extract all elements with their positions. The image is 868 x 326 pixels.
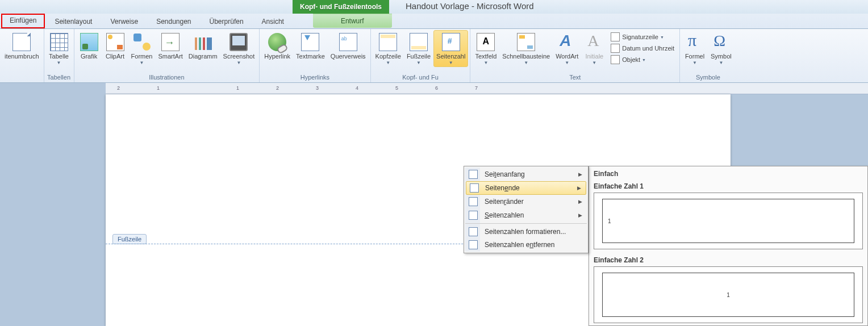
seitenumbruch-label: itenumbruch [5,53,39,60]
menu-label: Seitenende [485,184,520,192]
ruler-mark: 4 [356,85,358,91]
ruler-mark: 1 [157,85,160,91]
group-kopffuss: Kopfzeile▼ Fußzeile▼ Seitenzahl▼ Kopf- u… [371,29,471,82]
gallery-item-1[interactable]: 1 [594,193,863,249]
remove-numbers-icon [469,240,478,249]
group-label-kopffuss: Kopf- und Fu [371,73,470,82]
initiale-label: Initiale [585,53,603,60]
group-tabellen: Tabelle ▼ Tabellen [44,29,74,82]
caret-icon: ▼ [592,60,596,65]
text-small-buttons: Signaturzeile▼ Datum und Uhrzeit Objekt▼ [607,30,678,66]
textbox-icon [477,33,495,51]
caret-icon: ▼ [524,60,528,65]
smartart-icon [161,33,180,51]
group-text: Textfeld▼ Schnellbausteine▼ WordArt▼ Ini… [470,29,680,82]
ruler-mark: 1 [236,85,239,91]
seitenumbruch-button[interactable]: itenumbruch [2,30,42,61]
clipart-button[interactable]: ClipArt [102,30,128,61]
textmarke-button[interactable]: Textmarke [293,30,328,61]
kopfzeile-button[interactable]: Kopfzeile▼ [373,30,404,67]
shapes-icon [133,33,151,51]
format-numbers-icon [469,227,478,236]
menu-label: Seitenzahlen entfernen [485,241,554,249]
page-bottom-icon [470,183,479,193]
caret-icon: ▼ [236,60,241,65]
tabelle-button[interactable]: Tabelle ▼ [46,30,72,67]
grafik-button[interactable]: Grafik [76,30,102,61]
initiale-button[interactable]: Initiale▼ [581,30,607,67]
schnellbausteine-button[interactable]: Schnellbausteine▼ [499,30,553,67]
schnellbausteine-label: Schnellbausteine [502,53,550,60]
menu-formatieren[interactable]: Seitenzahlen formatieren... [465,223,587,238]
image-icon [80,33,98,51]
group-label [0,73,44,82]
horizontal-ruler[interactable]: 2 1 1 2 3 4 5 6 7 [106,83,868,94]
crossref-icon [339,33,357,51]
fusszeile-label: Fußzeile [407,53,431,60]
smartart-label: SmartArt [158,53,182,60]
tab-sendungen[interactable]: Sendungen [148,14,199,28]
diagramm-button[interactable]: Diagramm [186,30,220,61]
ribbon-tabs: Einfügen Seitenlayout Verweise Sendungen… [0,14,868,29]
tab-seitenlayout[interactable]: Seitenlayout [46,14,101,28]
seitenzahl-button[interactable]: Seitenzahl▼ [433,30,468,67]
hyperlink-button[interactable]: Hyperlink [261,30,293,61]
caret-icon: ▼ [416,60,421,65]
smartart-button[interactable]: SmartArt [155,30,185,61]
menu-seitenraender[interactable]: Seitenränder ▶ [465,195,587,208]
page-margins-icon [469,197,478,206]
tab-ueberpruefen[interactable]: Überprüfen [201,14,252,28]
menu-entfernen[interactable]: Seitenzahlen entfernen [465,238,587,252]
datum-label: Datum und Uhrzeit [622,45,674,52]
textfeld-label: Textfeld [475,53,496,60]
gallery-category-label: Einfach [589,166,867,179]
tab-einfuegen[interactable]: Einfügen [1,14,45,28]
menu-label: Seitenzahlen formatieren... [485,228,566,236]
pagenumber-icon [442,33,460,51]
wordart-icon [558,33,576,51]
submenu-arrow-icon: ▶ [578,212,582,218]
gallery-item-2[interactable]: 1 [594,266,863,323]
preview-page-number: 1 [608,218,611,224]
footer-section-tag[interactable]: Fußzeile [112,234,147,244]
tab-entwurf[interactable]: Entwurf [313,14,392,28]
formel-label: Formel [685,53,704,60]
tabelle-label: Tabelle [49,53,69,60]
wordart-button[interactable]: WordArt▼ [553,30,581,67]
querverweis-label: Querverweis [331,53,366,60]
ruler-mark: 2 [276,85,279,91]
formel-button[interactable]: Formel▼ [682,30,708,67]
caret-icon: ▼ [660,35,664,39]
menu-label: Seitenzahlen [485,211,524,219]
table-icon [50,33,68,51]
datum-button[interactable]: Datum und Uhrzeit [608,43,677,54]
tab-ansicht[interactable]: Ansicht [253,14,293,28]
page-top-icon [469,170,478,179]
ruler-mark: 5 [395,85,398,91]
wordart-label: WordArt [556,53,578,60]
symbol-button[interactable]: Symbol▼ [708,30,735,67]
textfeld-button[interactable]: Textfeld▼ [472,30,499,67]
screenshot-icon [229,33,248,51]
formen-label: Formen [131,53,153,60]
signaturzeile-button[interactable]: Signaturzeile▼ [608,31,677,43]
objekt-button[interactable]: Objekt▼ [608,54,677,65]
contextual-tools-title: Kopf- und Fußzeilentools [293,0,389,14]
page-numbers-icon [469,211,478,220]
screenshot-button[interactable]: Screenshot▼ [220,30,258,67]
objekt-label: Objekt [622,56,640,63]
tab-verweise[interactable]: Verweise [102,14,147,28]
querverweis-button[interactable]: Querverweis [328,30,369,61]
caret-icon: ▼ [57,60,61,65]
gallery-item-2-label: Einfache Zahl 2 [589,253,867,266]
page-break-icon [12,33,31,51]
menu-seitenende[interactable]: Seitenende ▶ [466,181,586,195]
caret-icon: ▼ [483,60,488,65]
formen-button[interactable]: Formen▼ [128,30,156,67]
menu-seitenzahlen[interactable]: Seitenzahlen ▶ [465,208,587,222]
title-bar: Kopf- und Fußzeilentools Handout Vorlage… [0,0,868,14]
menu-seitenanfang[interactable]: Seitenanfang ▶ [465,168,587,181]
symbol-label: Symbol [711,53,732,60]
ruler-mark: 6 [435,85,438,91]
fusszeile-button[interactable]: Fußzeile▼ [404,30,433,67]
